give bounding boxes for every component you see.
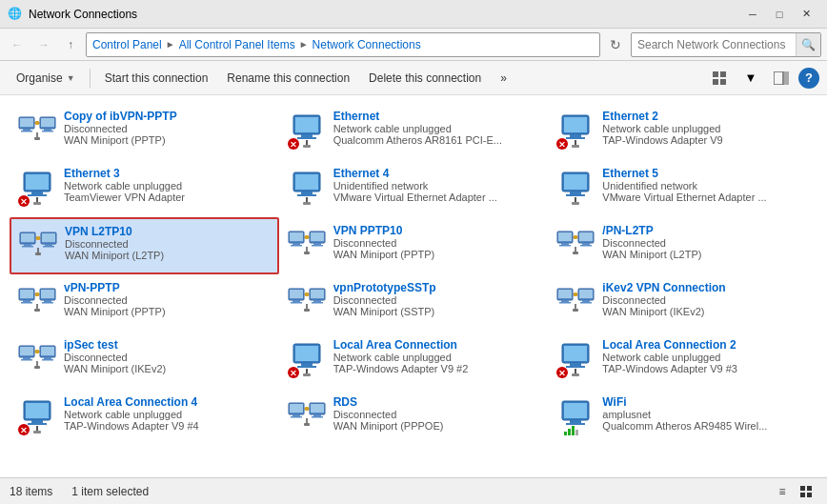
list-item[interactable]: vpnPrototypeSSTp Disconnected WAN Minipo… — [279, 274, 549, 332]
list-item[interactable]: Ethernet 5 Unidentified network VMware V… — [548, 160, 817, 217]
network-icon: ✕ — [288, 111, 326, 150]
back-button[interactable]: ← — [6, 33, 29, 56]
list-item[interactable]: ✕ Ethernet 2 Network cable unplugged TAP… — [548, 103, 817, 160]
list-item[interactable]: vPN-PPTP Disconnected WAN Miniport (PPTP… — [10, 274, 279, 332]
svg-rect-167 — [311, 404, 324, 413]
organise-label: Organise — [16, 71, 63, 85]
list-item[interactable]: ✕ Local Area Connection Network cable un… — [279, 332, 549, 389]
change-your-view-button[interactable] — [707, 65, 734, 91]
svg-rect-148 — [570, 363, 581, 366]
network-name: VPN L2TP10 — [65, 225, 270, 238]
svg-rect-141 — [297, 366, 316, 368]
svg-rect-129 — [21, 359, 32, 361]
svg-rect-116 — [561, 300, 569, 302]
network-type: TAP-Windows Adapter V9 — [602, 134, 809, 146]
list-item[interactable]: RDS Disconnected WAN Miniport (PPPOE) — [279, 389, 549, 446]
list-item[interactable]: VPN PPTP10 Disconnected WAN Miniport (PP… — [279, 217, 549, 274]
list-item[interactable]: ✕ Ethernet Network cable unplugged Qualc… — [279, 103, 549, 160]
network-name: Ethernet 4 — [333, 167, 540, 180]
help-button[interactable]: ? — [798, 68, 819, 89]
svg-rect-11 — [41, 118, 54, 127]
breadcrumb-current[interactable]: Network Connections — [313, 38, 421, 51]
up-button[interactable]: ↑ — [59, 33, 82, 56]
rename-connection-button[interactable]: Rename this connection — [218, 65, 358, 91]
show-preview-pane-button[interactable] — [768, 65, 795, 91]
maximize-button[interactable]: □ — [766, 1, 793, 28]
list-item[interactable]: Copy of ibVPN-PPTP Disconnected WAN Mini… — [10, 103, 279, 160]
breadcrumb-allitems[interactable]: All Control Panel Items — [179, 38, 295, 51]
network-status: Network cable unplugged — [64, 180, 271, 192]
svg-rect-128 — [23, 357, 30, 359]
network-type: VMware Virtual Ethernet Adapter ... — [333, 192, 540, 203]
selected-count: 1 item selected — [71, 485, 149, 498]
network-status: Disconnected — [333, 409, 540, 420]
network-name: /PN-L2TP — [602, 224, 809, 237]
svg-rect-87 — [574, 235, 577, 239]
svg-rect-104 — [292, 300, 300, 302]
breadcrumb-controlpanel[interactable]: Control Panel — [92, 38, 162, 51]
view-dropdown-button[interactable]: ▼ — [737, 65, 764, 91]
list-item[interactable]: iKev2 VPN Connection Disconnected WAN Mi… — [548, 274, 817, 332]
network-info: Local Area Connection 2 Network cable un… — [602, 338, 809, 374]
minimize-button[interactable]: ─ — [739, 1, 766, 28]
toolbar-right: ▼ ? — [707, 65, 819, 91]
network-info: VPN PPTP10 Disconnected WAN Miniport (PP… — [333, 224, 540, 260]
svg-rect-131 — [41, 347, 54, 355]
list-item[interactable]: ✕ Local Area Connection 4 Network cable … — [10, 389, 279, 446]
organise-button[interactable]: Organise ▼ — [8, 65, 84, 91]
svg-rect-176 — [570, 420, 581, 423]
network-type: WAN Miniport (IKEv2) — [64, 363, 271, 374]
svg-rect-55 — [21, 233, 34, 242]
network-info: Ethernet 4 Unidentified network VMware V… — [333, 167, 540, 203]
list-item[interactable]: ✕ Ethernet 3 Network cable unplugged Tea… — [10, 160, 279, 217]
network-name: Ethernet 2 — [602, 110, 809, 123]
svg-rect-113 — [304, 309, 310, 312]
close-button[interactable]: ✕ — [793, 1, 819, 28]
svg-rect-23 — [303, 145, 311, 148]
statusbar-right: ≡ — [772, 481, 817, 502]
svg-rect-119 — [579, 290, 593, 298]
network-status: Disconnected — [602, 237, 809, 249]
svg-rect-139 — [295, 346, 318, 361]
details-view-button[interactable]: ≡ — [772, 481, 793, 502]
svg-rect-125 — [573, 309, 578, 312]
delete-connection-button[interactable]: Delete this connection — [360, 65, 490, 91]
svg-rect-72 — [313, 243, 321, 245]
addressbar: ← → ↑ Control Panel ► All Control Panel … — [0, 29, 827, 61]
list-item[interactable]: WiFi amplusnet Qualcomm Atheros AR9485 W… — [548, 389, 817, 446]
network-type: WAN Miniport (SSTP) — [333, 306, 540, 317]
svg-rect-65 — [35, 252, 41, 255]
forward-button[interactable]: → — [32, 33, 55, 56]
list-item[interactable]: ✕ Local Area Connection 2 Network cable … — [548, 332, 817, 389]
refresh-button[interactable]: ↻ — [604, 33, 627, 56]
svg-rect-8 — [23, 129, 30, 131]
list-item[interactable]: Ethernet 4 Unidentified network VMware V… — [279, 160, 549, 217]
start-connection-button[interactable]: Start this connection — [96, 65, 217, 91]
search-input[interactable] — [632, 33, 796, 56]
organise-chevron-icon: ▼ — [67, 73, 75, 83]
network-status: Disconnected — [64, 294, 271, 306]
list-item[interactable]: ipSec test Disconnected WAN Miniport (IK… — [10, 332, 279, 389]
address-box[interactable]: Control Panel ► All Control Panel Items … — [86, 32, 600, 57]
svg-rect-85 — [580, 245, 592, 247]
svg-text:✕: ✕ — [558, 140, 566, 150]
svg-rect-71 — [311, 232, 324, 241]
svg-rect-5 — [784, 71, 789, 85]
list-item[interactable]: /PN-L2TP Disconnected WAN Miniport (L2TP… — [548, 217, 817, 274]
svg-rect-47 — [303, 202, 311, 205]
large-icons-view-button[interactable] — [797, 481, 817, 502]
svg-rect-21 — [297, 137, 316, 139]
svg-rect-177 — [566, 423, 585, 425]
more-button[interactable]: » — [492, 65, 515, 91]
network-info: ipSec test Disconnected WAN Miniport (IK… — [64, 338, 271, 374]
network-name: ipSec test — [64, 338, 271, 352]
network-name: iKev2 VPN Connection — [602, 281, 809, 294]
network-name: Local Area Connection 2 — [602, 338, 809, 352]
network-type: Qualcomm Atheros AR8161 PCI-E... — [333, 134, 540, 146]
search-icon[interactable]: 🔍 — [796, 33, 820, 56]
svg-text:✕: ✕ — [290, 369, 297, 378]
svg-rect-79 — [558, 232, 572, 241]
list-item[interactable]: VPN L2TP10 Disconnected WAN Miniport (L2… — [10, 217, 279, 274]
svg-rect-179 — [568, 429, 571, 435]
network-status: Disconnected — [602, 294, 809, 306]
